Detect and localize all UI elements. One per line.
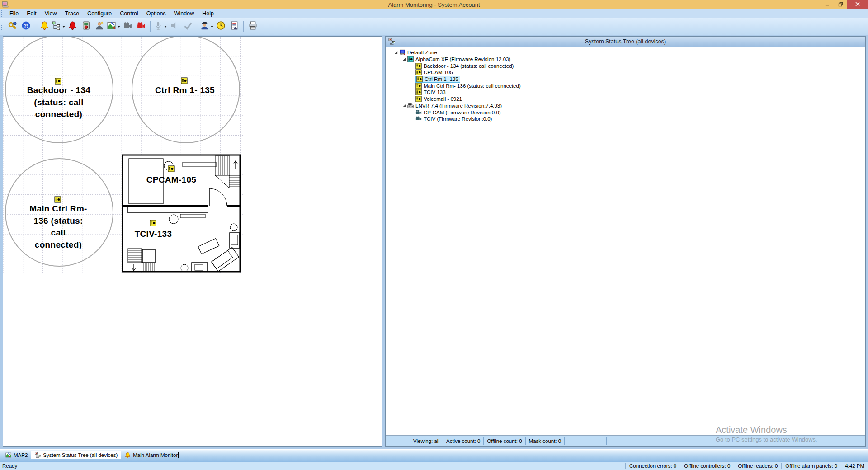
tree-node-label: Voicemail - 6921 (424, 96, 462, 102)
tab-main-alarm-monitor[interactable]: Main Alarm Monitor (121, 451, 182, 459)
tree-node-tciv-133[interactable]: TCIV-133 (386, 89, 865, 96)
help-button[interactable]: ?! (19, 20, 32, 33)
toolbar-separator (197, 21, 197, 32)
intercom-yellow-icon (415, 83, 422, 89)
device-groups-icon (52, 21, 61, 32)
menu-view[interactable]: View (41, 9, 61, 18)
alarm-bell-red-button[interactable] (66, 20, 79, 33)
tab-label: System Status Tree (all devices) (43, 452, 118, 458)
map-marker-cpcam-105[interactable] (168, 165, 175, 172)
map-marker-main-ctrl-rm-136[interactable] (54, 196, 61, 203)
dropdown-caret-icon[interactable] (211, 26, 213, 28)
footer-separator (564, 437, 565, 445)
titlebar: Alarm Monitoring - System Account (0, 0, 868, 9)
statusbar-offline-alarm-panels: Offline alarm panels: 0 (782, 463, 841, 469)
confirm-button[interactable] (181, 20, 194, 33)
intercom-yellow-icon (416, 76, 423, 82)
menubar: FileEditViewTraceConfigureControlOptions… (0, 9, 868, 18)
alarm-bell-yellow-button[interactable] (38, 20, 51, 33)
map-marker-ctrl-rm-1-135[interactable] (181, 77, 188, 84)
intercom-station-icon (81, 21, 91, 32)
toolbar-separator (243, 21, 244, 32)
map-label-main-ctrl-rm-136: Main Ctrl Rm-136 (status:callconnected) (9, 203, 107, 251)
toolbar-grip (1, 10, 3, 17)
tree-node-tciv-firmware-revision-0-0[interactable]: TCIV (Firmware Revision:0.0) (386, 116, 865, 122)
tree-node-default-zone[interactable]: Default Zone (386, 49, 865, 56)
dropdown-caret-icon[interactable] (118, 26, 120, 28)
expander-open-icon[interactable] (393, 50, 399, 55)
tree-node-label: AlphaCom XE (Firmware Revision:12.03) (415, 56, 510, 62)
close-icon (855, 0, 860, 9)
window-tab-bar: MAP2System Status Tree (all devices)Main… (0, 449, 868, 462)
volume-button[interactable] (168, 20, 180, 33)
device-groups-button[interactable] (52, 20, 65, 33)
expander-open-icon[interactable] (401, 57, 407, 62)
map-marker-backdoor-134[interactable] (55, 78, 61, 85)
tree-node-cpcam-105[interactable]: CPCAM-105 (386, 69, 865, 76)
printer-icon (248, 21, 258, 32)
map-marker-tciv-133[interactable] (150, 220, 156, 226)
clock-icon (216, 21, 226, 32)
menu-window[interactable]: Window (170, 9, 198, 18)
clock-button[interactable] (214, 20, 227, 33)
map-label-line: Main Ctrl Rm- (9, 203, 107, 215)
tree-node-main-ctrl-rm-136-status-call-connected[interactable]: Main Ctrl Rm- 136 (status: call connecte… (386, 82, 865, 89)
map-label-line: (status: call (9, 97, 109, 109)
dropdown-caret-icon[interactable] (62, 26, 65, 28)
menu-file[interactable]: File (5, 9, 23, 18)
map-window[interactable]: Backdoor - 134(status: callconnected)Ctr… (3, 36, 382, 446)
tree-node-alphacom-xe-firmware-revision-12-03[interactable]: AlphaCom XE (Firmware Revision:12.03) (386, 56, 865, 63)
expander-open-icon[interactable] (401, 103, 407, 108)
guard-button[interactable] (200, 20, 213, 33)
map-label-ctrl-rm-1-135: Ctrl Rm 1- 135 (137, 85, 233, 97)
tree-node-lnvr-7-4-firmware-revision-7-4-93[interactable]: LNVR 7.4 (Firmware Revision:7.4.93) (386, 103, 865, 109)
menu-control[interactable]: Control (116, 9, 142, 18)
menu-help[interactable]: Help (198, 9, 218, 18)
map-button[interactable] (107, 20, 120, 33)
expander-placeholder (409, 117, 415, 122)
expander-placeholder (409, 83, 415, 88)
menu-edit[interactable]: Edit (23, 9, 41, 18)
workstation-icon (399, 49, 406, 56)
close-button[interactable] (847, 0, 868, 9)
intercom-yellow-icon (415, 89, 422, 95)
tree-node-backdoor-134-status-call-connected[interactable]: Backdoor - 134 (status: call connected) (386, 62, 865, 69)
intercom-call-button[interactable] (153, 20, 167, 33)
statusbar-ready: Ready (0, 463, 625, 469)
camera-small-icon (415, 109, 422, 116)
toolbar-separator (150, 21, 151, 32)
tree-node-voicemail-6921[interactable]: Voicemail - 6921 (386, 96, 865, 103)
badge-key-button[interactable] (6, 20, 19, 33)
tree-node-ctrl-rm-1-135[interactable]: Ctrl Rm 1- 135 (386, 76, 865, 83)
tab-map2[interactable]: MAP2 (2, 451, 31, 459)
status-tree-footer: Viewing: allActive count: 0Offline count… (386, 435, 865, 446)
camera-gray-button[interactable] (121, 20, 134, 33)
status-tree-body: Default ZoneAlphaCom XE (Firmware Revisi… (386, 47, 865, 435)
restore-button[interactable] (834, 0, 847, 9)
intercom-station-button[interactable] (80, 20, 92, 33)
dropdown-caret-icon[interactable] (164, 26, 167, 28)
badge-key-icon (8, 21, 17, 32)
statusbar-offline-readers: Offline readers: 0 (734, 463, 781, 469)
tab-system-status-tree-all-devices[interactable]: System Status Tree (all devices) (31, 451, 121, 459)
guard-icon (200, 21, 209, 32)
tree-node-cp-cam-firmware-revision-0-0[interactable]: CP-CAM (Firmware Revision:0.0) (386, 109, 865, 116)
camera-red-button[interactable] (135, 20, 147, 33)
tree-node-label: LNVR 7.4 (Firmware Revision:7.4.93) (415, 103, 502, 108)
help-icon: ?! (21, 21, 31, 32)
expander-placeholder (409, 77, 415, 82)
volume-icon (170, 21, 179, 32)
menu-configure[interactable]: Configure (83, 9, 116, 18)
minimize-icon (825, 0, 830, 9)
map-label-line: CPCAM-105 (135, 174, 208, 186)
menu-trace[interactable]: Trace (61, 9, 84, 18)
alarm-monitoring-window: Alarm Monitoring - System Account FileEd… (0, 0, 868, 470)
footer-separator (606, 437, 607, 445)
cardholder-button[interactable] (93, 20, 106, 33)
minimize-button[interactable] (820, 0, 834, 9)
tree-node-label: Main Ctrl Rm- 136 (status: call connecte… (424, 83, 521, 89)
printer-button[interactable] (246, 20, 259, 33)
menu-options[interactable]: Options (142, 9, 170, 18)
report-button[interactable] (228, 20, 241, 33)
camera-small-icon (415, 116, 422, 122)
